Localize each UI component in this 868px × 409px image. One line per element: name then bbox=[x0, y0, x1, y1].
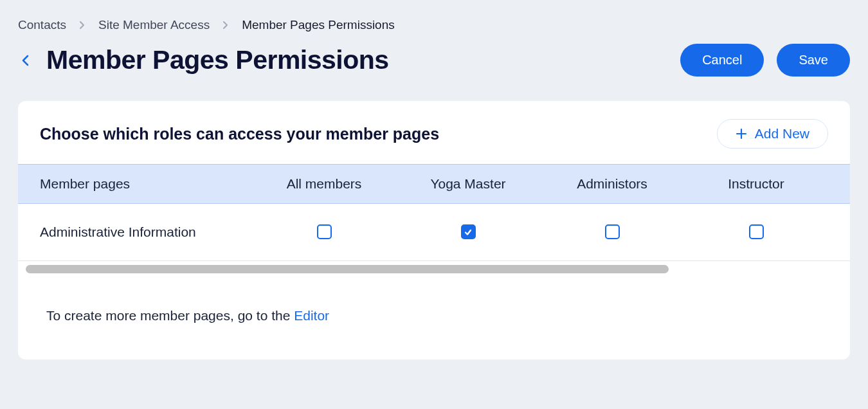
table-row: Administrative Information bbox=[18, 204, 850, 261]
chevron-right-icon bbox=[222, 21, 229, 30]
footer-text: To create more member pages, go to the bbox=[46, 308, 294, 323]
row-page-name: Administrative Information bbox=[40, 222, 252, 242]
save-button[interactable]: Save bbox=[777, 44, 850, 77]
table-header-role: Yoga Master bbox=[396, 176, 540, 192]
breadcrumb-item-site-member-access[interactable]: Site Member Access bbox=[98, 18, 210, 32]
plus-icon bbox=[736, 128, 747, 140]
chevron-right-icon bbox=[79, 21, 86, 30]
add-new-label: Add New bbox=[755, 126, 809, 141]
table-header-role: Instructor bbox=[684, 176, 828, 192]
horizontal-scrollbar[interactable] bbox=[18, 261, 850, 277]
card-title: Choose which roles can access your membe… bbox=[40, 125, 439, 143]
breadcrumb: Contacts Site Member Access Member Pages… bbox=[18, 18, 850, 32]
editor-link[interactable]: Editor bbox=[294, 308, 329, 323]
checkbox-instructor[interactable] bbox=[749, 224, 764, 239]
checkbox-all-members[interactable] bbox=[317, 224, 332, 239]
table-header-role: All members bbox=[252, 176, 396, 192]
card-footer: To create more member pages, go to the E… bbox=[18, 277, 850, 359]
page-header: Member Pages Permissions Cancel Save bbox=[18, 44, 850, 77]
page-title: Member Pages Permissions bbox=[46, 45, 389, 75]
table-header-row: Member pages All members Yoga Master Adm… bbox=[18, 164, 850, 204]
permissions-card: Choose which roles can access your membe… bbox=[18, 101, 850, 359]
breadcrumb-item-contacts[interactable]: Contacts bbox=[18, 18, 66, 32]
breadcrumb-item-current: Member Pages Permissions bbox=[242, 18, 395, 32]
table-header-name: Member pages bbox=[40, 176, 252, 192]
back-arrow-icon[interactable] bbox=[18, 53, 33, 68]
scrollbar-thumb[interactable] bbox=[26, 265, 669, 273]
cancel-button[interactable]: Cancel bbox=[680, 44, 764, 77]
checkbox-yoga-master[interactable] bbox=[461, 224, 476, 239]
table-header-role: Administors bbox=[540, 176, 684, 192]
add-new-button[interactable]: Add New bbox=[717, 119, 828, 149]
permissions-table: Member pages All members Yoga Master Adm… bbox=[18, 164, 850, 261]
checkbox-administors[interactable] bbox=[605, 224, 620, 239]
